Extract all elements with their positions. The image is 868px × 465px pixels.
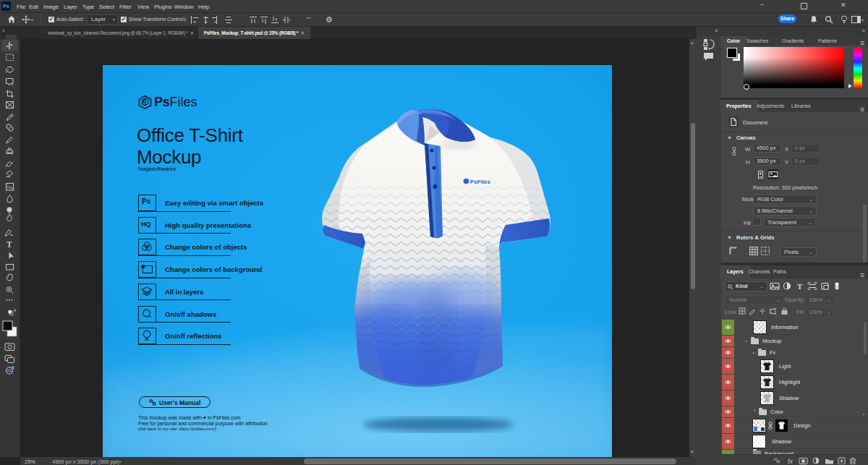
svg-text:T: T bbox=[7, 240, 12, 249]
svg-text:fx: fx bbox=[788, 458, 793, 465]
svg-text:PsFiles: PsFiles bbox=[470, 179, 491, 185]
svg-text:T: T bbox=[797, 282, 803, 290]
